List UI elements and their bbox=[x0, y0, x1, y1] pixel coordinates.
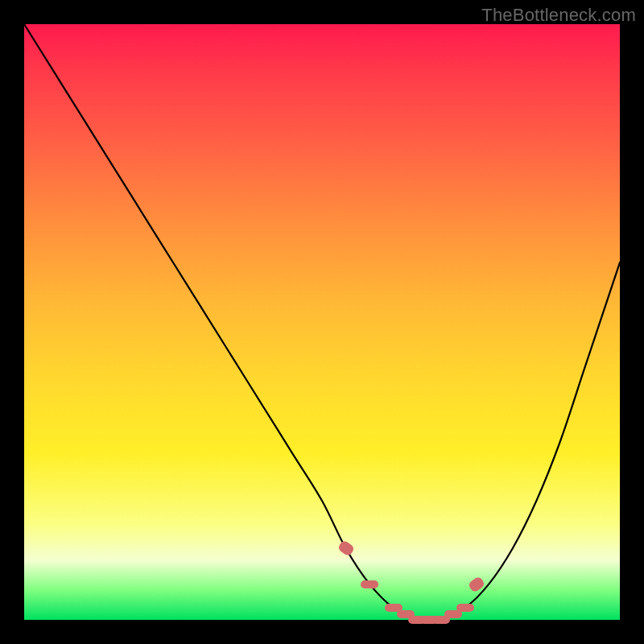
optimal-marker bbox=[361, 580, 378, 588]
plot-area bbox=[24, 24, 620, 620]
bottleneck-curve bbox=[24, 24, 620, 620]
chart-frame: TheBottleneck.com bbox=[0, 0, 644, 644]
watermark-text: TheBottleneck.com bbox=[481, 5, 636, 26]
optimal-marker bbox=[456, 604, 474, 612]
